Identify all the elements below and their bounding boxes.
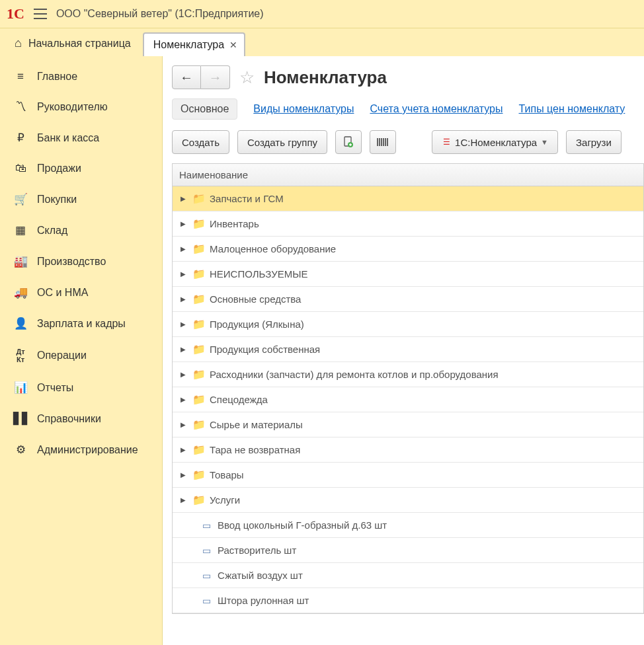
folder-icon: 📁 [192, 192, 204, 205]
row-label: Штора рулонная шт [218, 595, 309, 606]
sidebar-item-warehouse[interactable]: ▦Склад [0, 215, 162, 246]
expand-icon[interactable]: ▶ [181, 245, 187, 252]
sub-navigation: Основное Виды номенклатуры Счета учета н… [172, 98, 644, 120]
expand-icon[interactable]: ▶ [181, 220, 187, 227]
expand-icon[interactable]: ▶ [181, 346, 187, 353]
source-dropdown[interactable]: 1С:Номенклатура▼ [432, 130, 558, 154]
expand-icon[interactable]: ▶ [181, 371, 187, 378]
folder-icon: 📁 [192, 368, 204, 381]
table-row[interactable]: ▶📁Спецодежда [173, 387, 643, 412]
item-icon: ▭ [200, 595, 212, 606]
table-row[interactable]: ▭Ввод цокольный Г-образный д.63 шт [173, 513, 643, 538]
table-row[interactable]: ▶📁Расходники (запчасти) для ремонта котл… [173, 362, 643, 387]
toolbar: Создать Создать группу 1С:Номенклатура▼ … [172, 130, 644, 154]
item-icon: ▭ [200, 545, 212, 556]
table-row[interactable]: ▭Растворитель шт [173, 538, 643, 563]
sidebar-item-admin[interactable]: ⚙Администрирование [0, 434, 162, 465]
title-bar: 1C ООО "Северный ветер" (1С:Предприятие) [0, 0, 644, 28]
table-row[interactable]: ▶📁Запчасти и ГСМ [173, 186, 643, 211]
expand-icon[interactable]: ▶ [181, 195, 187, 202]
chart-icon: 〽 [13, 100, 28, 114]
close-icon[interactable]: ✕ [229, 40, 237, 50]
bars-icon: 📊 [13, 381, 28, 395]
table-row[interactable]: ▶📁Основные средства [173, 287, 643, 312]
sidebar-item-hr[interactable]: 👤Зарплата и кадры [0, 308, 162, 339]
add-from-file-button[interactable] [335, 130, 362, 154]
folder-icon: 📁 [192, 469, 204, 481]
sidebar-item-purchases[interactable]: 🛒Покупки [0, 184, 162, 215]
tab-home[interactable]: ⌂ Начальная страница [8, 30, 140, 56]
table-row[interactable]: ▶📁Инвентарь [173, 211, 643, 237]
tab-bar: ⌂ Начальная страница Номенклатура ✕ [0, 28, 644, 56]
table-header-name[interactable]: Наименование [173, 164, 643, 186]
truck-icon: 🚚 [13, 285, 28, 299]
expand-icon[interactable]: ▶ [181, 496, 187, 504]
table-row[interactable]: ▭Сжатый воздух шт [173, 563, 643, 588]
sidebar-item-operations[interactable]: ДтКтОперации [0, 339, 162, 372]
load-button[interactable]: Загрузи [566, 130, 622, 154]
list-icon: ≡ [13, 70, 28, 83]
sidebar-item-reports[interactable]: 📊Отчеты [0, 372, 162, 403]
main-area: ≡Главное 〽Руководителю ₽Банк и касса 🛍Пр… [0, 56, 644, 645]
expand-icon[interactable]: ▶ [181, 295, 187, 303]
expand-icon[interactable]: ▶ [181, 270, 187, 278]
nav-back-button[interactable]: ← [172, 65, 201, 89]
sidebar-item-bank[interactable]: ₽Банк и касса [0, 122, 162, 153]
row-label: Услуги [210, 494, 240, 506]
sidebar-item-production[interactable]: 🏭Производство [0, 246, 162, 277]
expand-icon[interactable]: ▶ [181, 446, 187, 453]
table-row[interactable]: ▭Штора рулонная шт [173, 588, 643, 613]
sidebar-item-catalogs[interactable]: ▋▋Справочники [0, 403, 162, 434]
table-row[interactable]: ▶📁Продукция собственная [173, 337, 643, 362]
row-label: Сжатый воздух шт [218, 570, 303, 581]
folder-icon: 📁 [192, 494, 204, 506]
table-row[interactable]: ▶📁Сырье и материалы [173, 412, 643, 437]
sidebar-item-label: Справочники [37, 413, 101, 425]
expand-icon[interactable]: ▶ [181, 396, 187, 403]
sidebar-item-label: Покупки [37, 194, 77, 206]
folder-icon: 📁 [192, 418, 204, 431]
table-row[interactable]: ▶📁Тара не возвратная [173, 437, 643, 463]
expand-icon[interactable]: ▶ [181, 321, 187, 328]
table-row[interactable]: ▶📁Услуги [173, 488, 643, 513]
warehouse-icon: ▦ [13, 223, 28, 237]
folder-icon: 📁 [192, 393, 204, 406]
sidebar-item-main[interactable]: ≡Главное [0, 61, 162, 92]
sidebar-item-label: Склад [37, 225, 67, 237]
expand-icon[interactable]: ▶ [181, 471, 187, 478]
folder-icon: 📁 [192, 318, 204, 330]
row-label: Товары [210, 469, 244, 480]
gear-icon: ⚙ [13, 443, 28, 457]
expand-icon[interactable]: ▶ [181, 421, 187, 428]
sidebar-item-label: Банк и касса [37, 132, 99, 144]
table-row[interactable]: ▶📁Товары [173, 463, 643, 488]
subnav-price-types[interactable]: Типы цен номенклату [519, 103, 625, 115]
menu-icon[interactable] [34, 9, 47, 19]
person-icon: 👤 [13, 317, 28, 330]
nomenclature-table: Наименование ▶📁Запчасти и ГСМ▶📁Инвентарь… [172, 163, 644, 614]
folder-icon: 📁 [192, 217, 204, 230]
row-label: Основные средства [210, 293, 301, 305]
subnav-types[interactable]: Виды номенклатуры [253, 103, 354, 115]
table-row[interactable]: ▶📁НЕИСПОЛЬЗУЕМЫЕ [173, 262, 643, 287]
sidebar-item-label: Отчеты [37, 382, 73, 394]
subnav-accounts[interactable]: Счета учета номенклатуры [370, 103, 503, 115]
table-row[interactable]: ▶📁Продукция (Ялкына) [173, 312, 643, 337]
page-title: Номенклатура [264, 67, 387, 88]
create-button[interactable]: Создать [172, 130, 229, 154]
barcode-button[interactable] [370, 130, 396, 154]
sidebar-item-sales[interactable]: 🛍Продажи [0, 153, 162, 184]
row-label: Инвентарь [210, 218, 259, 229]
row-label: Спецодежда [210, 394, 268, 405]
sidebar-item-assets[interactable]: 🚚ОС и НМА [0, 277, 162, 308]
ruble-icon: ₽ [13, 131, 28, 145]
favorite-icon[interactable]: ☆ [239, 67, 255, 88]
table-row[interactable]: ▶📁Малоценное оборудование [173, 237, 643, 262]
sidebar-item-label: Зарплата и кадры [37, 318, 126, 330]
tab-nomenclature[interactable]: Номенклатура ✕ [143, 32, 245, 56]
subnav-main[interactable]: Основное [172, 98, 237, 120]
folder-icon: 📁 [192, 268, 204, 280]
create-group-button[interactable]: Создать группу [237, 130, 327, 154]
sidebar-item-manager[interactable]: 〽Руководителю [0, 92, 162, 122]
nav-forward-button[interactable]: → [201, 65, 230, 89]
